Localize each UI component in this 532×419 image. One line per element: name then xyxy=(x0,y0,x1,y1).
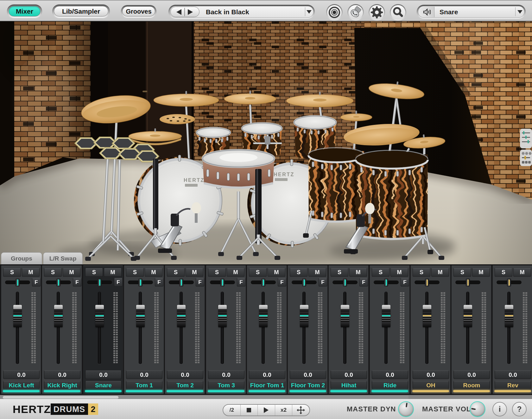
svg-text:HERTZ: HERTZ xyxy=(274,172,294,177)
svg-text:HERTZ: HERTZ xyxy=(184,177,205,183)
